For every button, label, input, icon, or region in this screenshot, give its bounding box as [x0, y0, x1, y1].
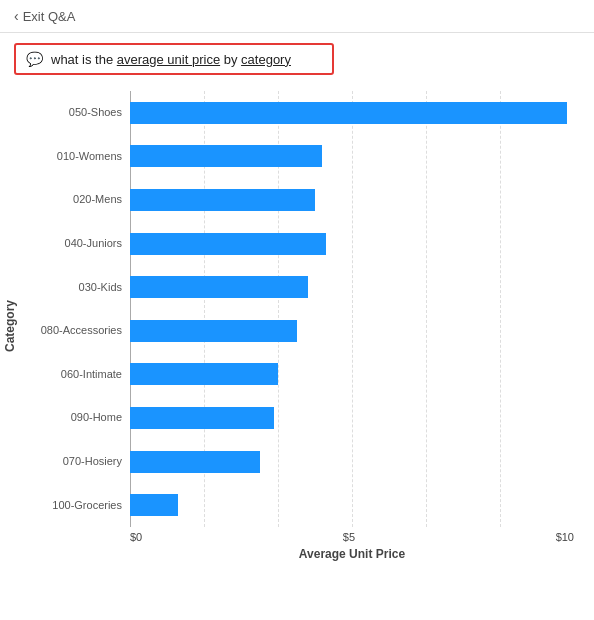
- bars-and-grid: [130, 91, 574, 527]
- bar-row: [130, 405, 574, 431]
- bar: [130, 407, 274, 429]
- bar-row: [130, 231, 574, 257]
- query-text: what is the average unit price by catego…: [51, 52, 291, 67]
- category-label: 100-Groceries: [20, 499, 122, 512]
- bar: [130, 276, 308, 298]
- query-box[interactable]: 💬 what is the average unit price by cate…: [14, 43, 334, 75]
- query-icon: 💬: [26, 51, 43, 67]
- back-arrow-icon: ‹: [14, 8, 19, 24]
- y-axis-label: Category: [3, 300, 17, 352]
- category-label: 070-Hosiery: [20, 455, 122, 468]
- bar: [130, 102, 567, 124]
- category-label: 090-Home: [20, 411, 122, 424]
- bar: [130, 189, 315, 211]
- x-axis-section: $0$5$10 Average Unit Price: [130, 527, 574, 561]
- bar: [130, 363, 278, 385]
- bar-row: [130, 274, 574, 300]
- y-axis-label-container: Category: [0, 91, 20, 561]
- header: ‹ Exit Q&A: [0, 0, 594, 33]
- x-tick-labels: $0$5$10: [130, 527, 574, 545]
- x-axis-label: Average Unit Price: [130, 547, 574, 561]
- bar-row: [130, 361, 574, 387]
- category-label: 040-Juniors: [20, 237, 122, 250]
- category-label: 030-Kids: [20, 281, 122, 294]
- category-label: 010-Womens: [20, 150, 122, 163]
- bar: [130, 320, 297, 342]
- bars-container: [130, 91, 574, 527]
- x-tick-label: $5: [343, 531, 355, 543]
- bar-row: [130, 492, 574, 518]
- x-tick-label: $0: [130, 531, 142, 543]
- bar-row: [130, 100, 574, 126]
- category-label: 020-Mens: [20, 193, 122, 206]
- category-labels: 050-Shoes010-Womens020-Mens040-Juniors03…: [20, 91, 130, 527]
- query-box-wrapper: 💬 what is the average unit price by cate…: [0, 33, 594, 81]
- bar: [130, 451, 260, 473]
- category-label: 050-Shoes: [20, 106, 122, 119]
- bar-row: [130, 449, 574, 475]
- bar: [130, 233, 326, 255]
- category-label: 080-Accessories: [20, 324, 122, 337]
- bar: [130, 494, 178, 516]
- bar-row: [130, 187, 574, 213]
- category-label: 060-Intimate: [20, 368, 122, 381]
- bar-row: [130, 143, 574, 169]
- chart-area: Category 050-Shoes010-Womens020-Mens040-…: [0, 81, 594, 571]
- back-label: Exit Q&A: [23, 9, 76, 24]
- chart-inner: 050-Shoes010-Womens020-Mens040-Juniors03…: [20, 91, 574, 561]
- bar-row: [130, 318, 574, 344]
- bar: [130, 145, 322, 167]
- x-tick-label: $10: [556, 531, 574, 543]
- bars-section: 050-Shoes010-Womens020-Mens040-Juniors03…: [20, 91, 574, 527]
- back-button[interactable]: ‹ Exit Q&A: [14, 8, 75, 24]
